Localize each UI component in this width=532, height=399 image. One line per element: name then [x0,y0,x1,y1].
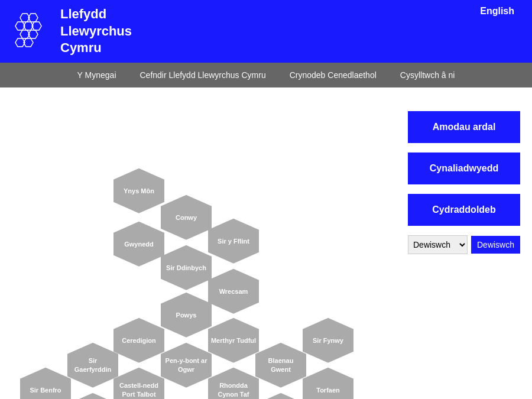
hex-abertawe[interactable]: Abertawe [67,393,118,399]
hexagon-map-area: Ynys MônConwyGwyneddSir y FflintSir Ddin… [0,99,402,399]
honeycomb-logo-icon [12,11,53,52]
hex-sir-fynwy[interactable]: Sir Fynwy [303,318,353,363]
header: Llefydd Llewyrchus Cymru English [0,0,532,63]
hex-caerffili[interactable]: Caerffili [255,393,306,399]
nav-item-crynodeb[interactable]: Crynodeb Cenedlaethol [290,70,377,80]
hex-pen-y-bont-ar-ogwr[interactable]: Pen-y-bont ar Ogwr [161,343,212,388]
hex-gwynedd[interactable]: Gwynedd [113,222,164,267]
hex-sir-ddinbych[interactable]: Sir Ddinbych [161,245,212,290]
dewiswch-button[interactable]: Dewiswch [471,236,520,254]
cynaliadwyedd-button[interactable]: Cynaliadwyedd [408,153,520,184]
hex-ynys-môn[interactable]: Ynys Môn [113,168,164,213]
site-title: Llefydd Llewyrchus Cymru [60,6,132,57]
nav-item-mynegai[interactable]: Y Mynegai [77,70,116,80]
hex-sir-benfro[interactable]: Sir Benfro [20,368,71,399]
hex-wrecsam[interactable]: Wrecsam [208,269,259,314]
hex-conwy[interactable]: Conwy [161,195,212,240]
hex-blaenau-gwent[interactable]: Blaenau Gwent [255,343,306,388]
hex-powys[interactable]: Powys [161,293,212,338]
nav-bar: Y Mynegai Cefndir Llefydd Llewyrchus Cym… [0,63,532,87]
cydraddoldeb-button[interactable]: Cydraddoldeb [408,194,520,226]
hex-castell-nedd-port-talbot[interactable]: Castell-nedd Port Talbot [113,368,164,399]
hex-container: Ynys MônConwyGwyneddSir y FflintSir Ddin… [12,99,378,399]
language-toggle[interactable]: English [480,6,514,17]
hex-sir-gaerfyrddin[interactable]: Sir Gaerfyrddin [67,343,118,388]
logo-area: Llefydd Llewyrchus Cymru [12,6,132,57]
amodau-ardal-button[interactable]: Amodau ardal [408,111,520,143]
nav-item-cefndir[interactable]: Cefndir Llefydd Llewyrchus Cymru [140,70,266,80]
sidebar: Amodau ardal Cynaliadwyedd Cydraddoldeb … [402,99,532,399]
hex-ceredigion[interactable]: Ceredigion [113,318,164,363]
region-select-row: Dewiswch Dewiswch [408,235,520,254]
main-content: Ynys MônConwyGwyneddSir y FflintSir Ddin… [0,87,532,399]
hex-merthyr-tudful[interactable]: Merthyr Tudful [208,318,259,363]
hex-rhondda-cynon-taf[interactable]: Rhondda Cynon Taf [208,368,259,399]
hex-sir-y-fflint[interactable]: Sir y Fflint [208,219,259,264]
nav-item-cysylltwch[interactable]: Cysylltwch â ni [400,70,455,80]
region-select[interactable]: Dewiswch [408,235,468,254]
